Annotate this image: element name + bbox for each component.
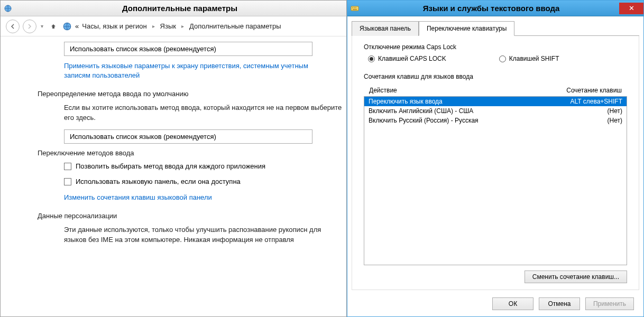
cancel-button[interactable]: Отмена (539, 297, 580, 310)
hotkeys-group-label: Сочетания клавиш для языков ввода (364, 73, 627, 80)
chevron-right-icon: ▸ (150, 23, 157, 29)
dlg-footer: ОК Отмена Применить (352, 290, 639, 312)
dlg-titlebar: Языки и службы текстового ввода ✕ (347, 1, 643, 16)
hotkey-listbox[interactable]: Переключить язык ввода ALT слева+SHIFT В… (364, 96, 627, 265)
breadcrumb-item[interactable]: Часы, язык и регион (82, 22, 146, 30)
list-action: Включить Английский (США) - США (369, 107, 608, 115)
dropdown-value: Использовать список языков (рекомендуетс… (70, 133, 216, 141)
svg-rect-3 (352, 7, 353, 8)
list-header: Действие Сочетание клавиш (364, 85, 627, 96)
col-action-header: Действие (369, 87, 566, 94)
close-button[interactable]: ✕ (619, 3, 643, 14)
ok-button[interactable]: ОК (492, 297, 533, 310)
control-panel-icon (62, 22, 72, 31)
svg-rect-5 (355, 7, 356, 8)
svg-rect-4 (354, 7, 355, 8)
caps-lock-group-label: Отключение режима Caps Lock (364, 43, 627, 51)
list-action: Включить Русский (Россия) - Русская (369, 117, 608, 124)
apply-button[interactable]: Применить (585, 297, 634, 310)
list-item[interactable]: Включить Английский (США) - США (Нет) (364, 106, 627, 116)
tab-language-panel[interactable]: Языковая панель (352, 21, 419, 36)
cp-title: Дополнительные параметры (16, 4, 343, 13)
svg-rect-6 (353, 9, 357, 10)
forward-button[interactable] (23, 20, 36, 33)
dropdown-value: Использовать список языков (рекомендуетс… (70, 45, 216, 53)
dropdown-history-icon[interactable]: ▾ (40, 23, 44, 29)
radio-icon (368, 55, 375, 62)
list-item[interactable]: Переключить язык ввода ALT слева+SHIFT (364, 97, 627, 106)
override-description: Если вы хотите использовать метод ввода,… (64, 103, 344, 123)
use-lang-bar-checkbox[interactable] (64, 178, 71, 185)
cp-body: Использовать список языков (рекомендуетс… (1, 36, 346, 316)
close-icon: ✕ (629, 4, 634, 12)
dlg-body: Языковая панель Переключение клавиатуры … (347, 16, 643, 316)
col-hotkey-header: Сочетание клавиш (566, 87, 622, 94)
breadcrumb-item[interactable]: Язык (160, 22, 176, 30)
display-language-dropdown[interactable]: Использовать список языков (рекомендуетс… (64, 42, 312, 56)
radio-shift-label: Клавишей SHIFT (509, 55, 559, 62)
list-hotkey: ALT слева+SHIFT (571, 98, 623, 105)
list-hotkey: (Нет) (608, 117, 622, 124)
keyboard-icon (351, 5, 359, 12)
section-override-heading: Переопределение метода ввода по умолчани… (38, 90, 346, 98)
text-services-dialog: Языки и службы текстового ввода ✕ Языков… (347, 0, 644, 317)
cp-titlebar: Дополнительные параметры (1, 1, 346, 16)
breadcrumb-item[interactable]: Дополнительные параметры (189, 22, 281, 30)
list-action: Переключить язык ввода (369, 98, 571, 105)
section-switching-heading: Переключение методов ввода (38, 149, 346, 157)
up-button[interactable] (48, 21, 59, 32)
tab-content: Отключение режима Caps Lock Клавишей CAP… (352, 36, 639, 290)
list-hotkey: (Нет) (608, 107, 622, 115)
list-item[interactable]: Включить Русский (Россия) - Русская (Нет… (364, 116, 627, 125)
tab-keyboard-switch[interactable]: Переключение клавиатуры (419, 21, 514, 36)
apply-welcome-link[interactable]: Применить языковые параметры к экрану пр… (64, 61, 312, 80)
radio-icon (499, 55, 506, 62)
per-app-input-label: Позволить выбирать метод ввода для каждо… (76, 162, 265, 170)
dlg-title: Языки и службы текстового ввода (363, 4, 619, 13)
per-app-input-checkbox[interactable] (64, 163, 71, 170)
svg-rect-2 (351, 6, 358, 11)
personal-description: Эти данные используются, только чтобы ул… (64, 225, 344, 245)
radio-shift[interactable]: Клавишей SHIFT (499, 55, 559, 62)
back-button[interactable] (6, 20, 20, 33)
region-language-icon (4, 4, 12, 13)
breadcrumb-root[interactable]: « (75, 22, 79, 30)
cp-navbar: ▾ « Часы, язык и регион ▸ Язык ▸ Дополни… (1, 16, 346, 36)
radio-caps-lock[interactable]: Клавишей CAPS LOCK (368, 55, 446, 62)
use-lang-bar-label: Использовать языковую панель, если она д… (76, 178, 241, 185)
change-hotkey-button[interactable]: Сменить сочетание клавиш... (525, 271, 627, 283)
tab-strip: Языковая панель Переключение клавиатуры (352, 21, 639, 36)
chevron-right-icon: ▸ (179, 23, 186, 29)
control-panel-window: Дополнительные параметры ▾ « Часы, язык … (0, 0, 347, 317)
input-method-dropdown[interactable]: Использовать список языков (рекомендуетс… (64, 129, 312, 144)
radio-caps-label: Клавишей CAPS LOCK (378, 55, 446, 62)
change-hotkeys-link[interactable]: Изменить сочетания клавиш языковой панел… (64, 193, 312, 202)
section-personal-heading: Данные персонализации (38, 212, 346, 220)
